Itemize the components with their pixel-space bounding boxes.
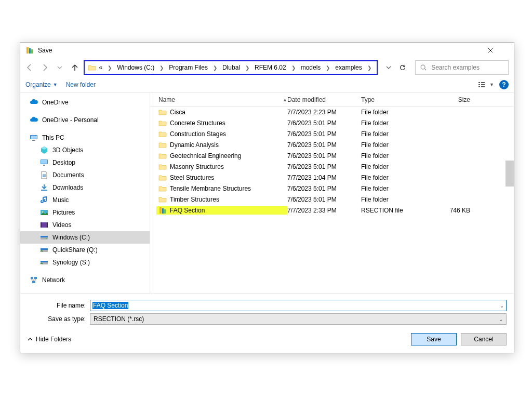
folder-row[interactable]: Masonry Structures7/6/2023 5:01 PMFile f…	[150, 161, 514, 172]
crumb-dlubal[interactable]: Dlubal	[220, 63, 242, 72]
cloud-icon	[30, 98, 38, 107]
folder-row[interactable]: Steel Structures7/7/2023 1:04 PMFile fol…	[150, 172, 514, 183]
chevron-icon[interactable]: ❯	[289, 64, 298, 72]
svg-rect-0	[26, 47, 29, 54]
crumb-windows-c[interactable]: Windows (C:)	[115, 63, 156, 72]
search-icon	[420, 64, 427, 71]
crumb-models[interactable]: models	[299, 63, 323, 72]
drive-icon	[40, 233, 48, 242]
back-button[interactable]	[23, 60, 36, 75]
nav-documents[interactable]: Documents	[20, 169, 150, 181]
crumb-rfem[interactable]: RFEM 6.02	[252, 63, 288, 72]
hide-folders-toggle[interactable]: Hide Folders	[28, 336, 71, 343]
folder-row[interactable]: Construction Stages7/6/2023 5:01 PMFile …	[150, 128, 514, 139]
folder-row[interactable]: Dynamic Analysis7/6/2023 5:01 PMFile fol…	[150, 139, 514, 150]
chevron-icon[interactable]: ❯	[157, 64, 166, 72]
nav-windows-c[interactable]: Windows (C:)	[20, 231, 150, 244]
folder-row[interactable]: Concrete Structures7/6/2023 5:01 PMFile …	[150, 117, 514, 128]
svg-rect-23	[41, 222, 42, 228]
item-type: File folder	[361, 196, 423, 203]
organize-menu[interactable]: Organize▼	[25, 81, 58, 88]
item-name: Tensile Membrane Structures	[170, 185, 251, 192]
nav-pictures[interactable]: Pictures	[20, 206, 150, 219]
item-size: 746 KB	[423, 207, 486, 214]
svg-point-27	[46, 238, 47, 239]
nav-onedrive[interactable]: OneDrive	[20, 96, 150, 109]
folder-row[interactable]: Timber Structures7/6/2023 5:01 PMFile fo…	[150, 194, 514, 205]
svg-rect-16	[43, 174, 46, 175]
item-type: File folder	[361, 185, 423, 192]
nav-music[interactable]: Music	[20, 194, 150, 206]
col-type[interactable]: Type	[361, 96, 423, 103]
chevron-icon[interactable]: ❯	[243, 64, 251, 72]
saveas-type-combo[interactable]: RSECTION (*.rsc) ⌄	[90, 313, 507, 325]
doc-icon	[40, 171, 48, 179]
svg-rect-33	[34, 277, 37, 279]
address-bar[interactable]: « ❯ Windows (C:) ❯ Program Files ❯ Dluba…	[84, 60, 378, 75]
svg-rect-15	[43, 165, 45, 166]
bottom-panel: File name: FAQ Section ⌄ Save as type: R…	[20, 293, 514, 353]
nav-videos[interactable]: Videos	[20, 219, 150, 231]
svg-rect-9	[481, 86, 485, 87]
nav-quickshare[interactable]: QuickShare (Q:)	[20, 244, 150, 256]
help-button[interactable]: ?	[499, 80, 509, 89]
crumb-examples[interactable]: examples	[333, 63, 364, 72]
save-button[interactable]: Save	[411, 333, 457, 345]
drive-icon	[40, 258, 48, 267]
svg-rect-6	[478, 86, 480, 87]
forward-button[interactable]	[38, 60, 51, 75]
svg-rect-14	[41, 160, 47, 164]
combo-dropdown-icon[interactable]: ⌄	[500, 303, 504, 309]
crumb-program-files[interactable]: Program Files	[167, 63, 210, 72]
svg-rect-22	[41, 222, 48, 228]
nav-network[interactable]: Network	[20, 274, 150, 286]
nav-3d-objects[interactable]: 3D Objects	[20, 144, 150, 156]
chevron-icon[interactable]: ❯	[324, 64, 332, 72]
file-row[interactable]: FAQ Section7/7/2023 2:33 PMRSECTION file…	[150, 205, 514, 216]
folder-icon	[158, 108, 167, 116]
search-input[interactable]: Search examples	[415, 60, 509, 75]
recent-dropdown[interactable]	[54, 60, 66, 75]
view-options[interactable]: ▼	[478, 81, 494, 88]
column-headers: Name▲ Date modified Type Size	[150, 93, 514, 107]
chevron-icon[interactable]: ❯	[105, 64, 114, 72]
svg-rect-4	[478, 82, 480, 83]
item-date: 7/6/2023 5:01 PM	[287, 196, 361, 203]
svg-rect-32	[31, 277, 33, 279]
nav-onedrive-personal[interactable]: OneDrive - Personal	[20, 114, 150, 126]
folder-row[interactable]: Geotechnical Engineering7/6/2023 5:01 PM…	[150, 150, 514, 161]
filename-input[interactable]: FAQ Section ⌄	[90, 300, 507, 311]
folder-row[interactable]: Cisca7/7/2023 2:23 PMFile folder	[150, 107, 514, 117]
chevron-icon[interactable]: ❯	[211, 64, 219, 72]
nav-synology[interactable]: Synology (S:)	[20, 256, 150, 269]
cancel-button[interactable]: Cancel	[461, 333, 507, 345]
item-name: Dynamic Analysis	[170, 141, 219, 149]
close-button[interactable]	[488, 48, 509, 53]
chevron-icon[interactable]: ❯	[365, 64, 374, 72]
svg-rect-8	[481, 84, 485, 85]
download-icon	[40, 183, 48, 192]
refresh-button[interactable]	[396, 60, 409, 75]
item-date: 7/6/2023 5:01 PM	[287, 185, 361, 192]
col-date[interactable]: Date modified	[287, 96, 361, 103]
toolbar: Organize▼ New folder ▼ ?	[20, 77, 514, 92]
rsection-file-icon	[158, 206, 167, 215]
address-dropdown[interactable]	[383, 60, 394, 75]
svg-rect-18	[43, 176, 46, 177]
file-list: Name▲ Date modified Type Size Cisca7/7/2…	[150, 93, 514, 293]
folder-row[interactable]: Tensile Membrane Structures7/6/2023 5:01…	[150, 183, 514, 194]
nav-desktop[interactable]: Desktop	[20, 156, 150, 169]
pc-icon	[30, 134, 38, 142]
item-date: 7/6/2023 5:01 PM	[287, 130, 361, 138]
item-date: 7/6/2023 5:01 PM	[287, 119, 361, 127]
crumb-overflow[interactable]: «	[97, 63, 105, 72]
up-button[interactable]	[69, 60, 82, 75]
svg-rect-37	[164, 209, 166, 214]
new-folder-button[interactable]: New folder	[66, 81, 96, 88]
item-date: 7/6/2023 5:01 PM	[287, 152, 361, 159]
col-name[interactable]: Name▲	[156, 96, 287, 103]
nav-downloads[interactable]: Downloads	[20, 181, 150, 194]
scrollbar-thumb[interactable]	[506, 161, 514, 187]
col-size[interactable]: Size	[423, 96, 486, 103]
nav-this-pc[interactable]: This PC	[20, 131, 150, 144]
